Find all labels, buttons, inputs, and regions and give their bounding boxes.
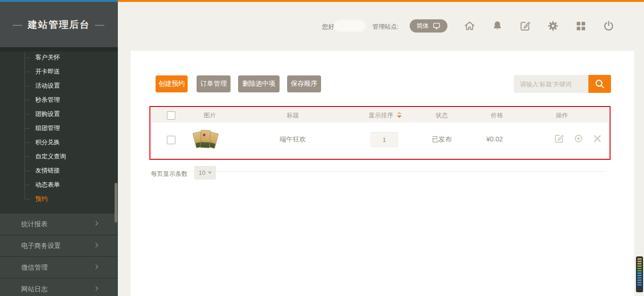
select-all-checkbox[interactable] [167,111,175,120]
equalizer-widget[interactable] [636,256,643,292]
product-image[interactable] [192,129,227,150]
sidebar-item-flash-sale[interactable]: 秒杀管理 [0,93,118,107]
col-header-status: 状态 [436,108,448,123]
greeting-text: 您好 [322,23,334,31]
save-order-button[interactable]: 保存顺序 [287,75,321,92]
row-checkbox[interactable] [167,136,175,144]
app-title: 建站管理后台 [28,18,90,31]
section-label: 微信管理 [21,263,48,271]
header-checkbox-cell [167,108,175,123]
sort-arrows [397,112,402,118]
sidebar-item-group-buy[interactable]: 团购设置 [0,107,118,121]
sidebar-item-points-exchange[interactable]: 积分兑换 [0,135,118,149]
row-title: 端午狂欢 [280,135,306,144]
sidebar-submenu: 客户关怀 开卡即送 活动设置 秒杀管理 团购设置 组团管理 积分兑换 自定义查询… [0,50,118,206]
per-page-label: 每页显示条数 [151,170,188,178]
chevron-right-icon [93,242,100,248]
row-checkbox-cell [167,136,175,146]
chevron-down-icon [208,172,212,174]
sidebar-item-activity-settings[interactable]: 活动设置 [0,79,118,93]
row-price: ¥0.02 [486,135,503,143]
monitor-icon [432,22,441,30]
col-header-image: 图片 [204,108,216,123]
sidebar-sections: 统计报表 电子商务设置 微信管理 网站日志 [0,213,118,296]
language-pill-button[interactable]: 简体 [410,19,447,33]
sidebar-section-ecommerce[interactable]: 电子商务设置 [0,235,118,256]
section-label: 网站日志 [21,285,48,293]
logo-dash-right: — [95,19,105,30]
sidebar-item-reservation[interactable]: 预约 [0,192,118,206]
edit-icon[interactable] [519,20,531,32]
sidebar: — 建站管理后台 — 客户关怀 开卡即送 活动设置 秒杀管理 团购设置 组团管理… [0,2,118,296]
row-sort-input[interactable] [371,132,398,147]
section-label: 电子商务设置 [21,242,61,249]
username-redacted [335,21,365,31]
chevron-right-icon [93,263,100,270]
home-icon[interactable] [463,20,476,32]
sidebar-item-card-gift[interactable]: 开卡即送 [0,65,118,79]
logo-dash-left: — [13,19,23,30]
sidebar-section-stats[interactable]: 统计报表 [0,213,118,235]
sidebar-section-site-log[interactable]: 网站日志 [0,278,118,296]
row-status: 已发布 [432,135,452,144]
manage-site-label: 管理站点: [372,23,399,31]
search-input[interactable] [514,75,588,93]
topbar-orange-strip [118,0,644,2]
bell-icon[interactable] [491,20,504,32]
chevron-right-icon [93,285,100,292]
row-view-icon[interactable] [573,133,584,144]
grid-icon[interactable] [575,20,587,32]
col-header-price: 价格 [491,108,503,123]
row-divider [155,171,604,172]
row-edit-icon[interactable] [553,133,565,144]
search-button[interactable] [588,75,611,93]
sort-asc-icon[interactable] [397,112,402,114]
per-page-value: 10 [198,169,205,176]
col-header-actions: 操作 [556,108,568,123]
sidebar-scrollbar-thumb[interactable] [115,183,117,222]
gear-icon[interactable] [547,20,559,32]
row-delete-icon[interactable] [592,133,603,144]
sidebar-item-customer-care[interactable]: 客户关怀 [0,50,118,65]
sidebar-item-team-manage[interactable]: 组团管理 [0,121,118,135]
sidebar-item-friend-links[interactable]: 友情链接 [0,164,118,178]
app-logo: — 建站管理后台 — [0,2,118,47]
section-label: 统计报表 [21,220,48,228]
language-pill-label: 简体 [417,22,429,30]
sidebar-section-wechat[interactable]: 微信管理 [0,256,118,278]
col-header-sort: 显示排序 [369,108,393,123]
order-manage-button[interactable]: 订单管理 [197,75,231,92]
delete-selected-button[interactable]: 删除选中项 [238,75,280,92]
power-icon[interactable] [603,20,615,32]
search-icon [594,78,605,90]
sort-desc-icon[interactable] [397,115,402,118]
col-header-title: 标题 [287,108,299,123]
per-page-select[interactable]: 10 [194,166,216,180]
sidebar-item-dynamic-forms[interactable]: 动态表单 [0,178,118,192]
chevron-right-icon [93,220,100,227]
gift-bag-graphic [200,130,211,148]
sidebar-item-custom-query[interactable]: 自定义查询 [0,149,118,164]
create-reservation-button[interactable]: 创建预约 [156,75,188,92]
table-header-row: 图片 标题 显示排序 状态 价格 操作 [151,108,608,123]
table-highlight-box: 图片 标题 显示排序 状态 价格 操作 端午狂欢 已发布 ¥0.02 [149,106,611,160]
table-row: 端午狂欢 已发布 ¥0.02 [151,123,608,156]
